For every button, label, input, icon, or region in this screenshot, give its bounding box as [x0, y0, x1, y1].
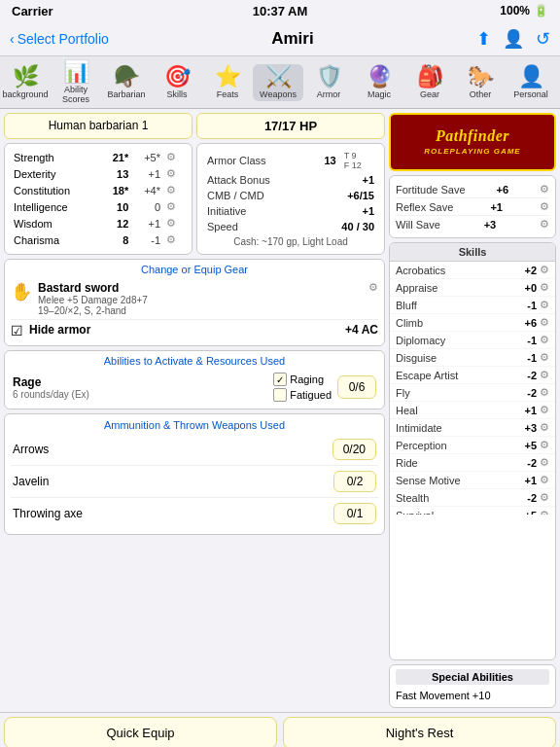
- toolbar-item-armor[interactable]: 🛡️Armor: [303, 64, 354, 101]
- ammo-count[interactable]: 0/2: [333, 471, 376, 492]
- hp-badge[interactable]: 17/17 HP: [196, 113, 385, 139]
- skill-edit-icon[interactable]: ⚙: [540, 281, 549, 294]
- stat-mod: -1: [131, 231, 163, 248]
- ability-items: Rage 6 rounds/day (Ex) ✓ Raging Fatigued…: [11, 370, 378, 405]
- skill-name: Intimidate: [396, 422, 517, 434]
- skill-edit-icon[interactable]: ⚙: [540, 509, 549, 515]
- skill-edit-icon[interactable]: ⚙: [540, 439, 549, 451]
- skill-row: Heal +1 ⚙: [390, 402, 555, 419]
- toolbar-icon-other: 🐎: [468, 66, 494, 88]
- gear-item-detail: Melee +5 Damage 2d8+7: [38, 295, 363, 305]
- skill-edit-icon[interactable]: ⚙: [540, 456, 549, 469]
- refresh-icon[interactable]: ↺: [536, 28, 550, 50]
- stat-value: 10: [100, 198, 131, 215]
- toolbar-item-journal[interactable]: 📓Journal: [556, 64, 560, 101]
- gear-item-range: 19–20/×2, S, 2-hand: [38, 305, 363, 316]
- skill-edit-icon[interactable]: ⚙: [540, 264, 549, 276]
- check-label: Raging: [290, 374, 324, 385]
- skill-name: Disguise: [396, 352, 517, 364]
- stat-edit-icon[interactable]: ⚙: [163, 165, 186, 182]
- ammo-section: Ammunition & Thrown Weapons Used Arrows …: [4, 413, 385, 535]
- stat-name: Dexterity: [11, 165, 100, 182]
- stat-edit-icon[interactable]: ⚙: [163, 215, 186, 231]
- stat-mod: +4*: [131, 182, 163, 198]
- quick-equip-button[interactable]: Quick Equip: [4, 717, 277, 747]
- combat-value: +1: [310, 203, 378, 219]
- check-box[interactable]: ✓: [273, 373, 287, 386]
- main-content: Human barbarian 1 17/17 HP Strength 21* …: [0, 109, 560, 712]
- skill-value: +5: [517, 440, 537, 451]
- toolbar-item-skills[interactable]: 🎯Skills: [152, 64, 202, 101]
- stat-row: Constitution 18* +4* ⚙: [11, 182, 186, 198]
- skill-row: Bluff -1 ⚙: [390, 297, 555, 314]
- check-item[interactable]: ✓ Raging: [273, 373, 332, 386]
- skill-edit-icon[interactable]: ⚙: [540, 491, 549, 504]
- skill-edit-icon[interactable]: ⚙: [540, 334, 549, 346]
- save-edit-icon[interactable]: ⚙: [540, 183, 549, 196]
- save-row: Reflex Save +1 ⚙: [396, 198, 549, 216]
- combat-row: Initiative +1: [203, 203, 378, 219]
- save-edit-icon[interactable]: ⚙: [540, 200, 549, 213]
- gear-item[interactable]: ✋ Bastard sword Melee +5 Damage 2d8+7 19…: [11, 278, 378, 320]
- save-edit-icon[interactable]: ⚙: [540, 218, 549, 231]
- toolbar-item-gear[interactable]: 🎒Gear: [404, 64, 455, 101]
- toolbar-item-feats[interactable]: ⭐Feats: [202, 64, 253, 101]
- skill-value: -2: [517, 387, 537, 399]
- skill-name: Perception: [396, 440, 517, 451]
- back-button[interactable]: ‹ Select Portfolio: [10, 31, 109, 47]
- skill-edit-icon[interactable]: ⚙: [540, 316, 549, 329]
- skill-edit-icon[interactable]: ⚙: [540, 404, 549, 416]
- skill-edit-icon[interactable]: ⚙: [540, 351, 549, 364]
- toolbar-label-skills: Skills: [166, 89, 187, 99]
- toolbar-item-barbarian[interactable]: 🪖Barbarian: [101, 64, 152, 101]
- stats-combat-row: Strength 21* +5* ⚙ Dexterity 13 +1 ⚙ Con…: [4, 143, 385, 255]
- toolbar-icon-feats: ⭐: [215, 66, 241, 88]
- skill-edit-icon[interactable]: ⚙: [540, 421, 549, 434]
- check-box[interactable]: [273, 388, 287, 402]
- skill-edit-icon[interactable]: ⚙: [540, 474, 549, 486]
- toolbar-label-personal: Personal: [513, 89, 548, 99]
- battery-label: 100% 🔋: [500, 4, 548, 18]
- skill-value: +3: [517, 422, 537, 434]
- back-label[interactable]: Select Portfolio: [18, 31, 109, 47]
- skills-panel: Skills Acrobatics +2 ⚙ Appraise +0 ⚙ Blu…: [389, 242, 556, 660]
- stat-edit-icon[interactable]: ⚙: [163, 198, 186, 215]
- stat-edit-icon[interactable]: ⚙: [163, 149, 186, 165]
- toolbar-icon-background: 🌿: [13, 66, 39, 88]
- nights-rest-button[interactable]: Night's Rest: [283, 717, 556, 747]
- toolbar-item-magic[interactable]: 🔮Magic: [354, 64, 404, 101]
- share-icon[interactable]: ⬆: [476, 28, 491, 50]
- bottom-buttons: Quick Equip Night's Rest: [0, 712, 560, 747]
- stat-edit-icon[interactable]: ⚙: [163, 182, 186, 198]
- toolbar-item-personal[interactable]: 👤Personal: [506, 64, 556, 101]
- stat-value: 8: [100, 231, 131, 248]
- saves-panel: Fortitude Save +6 ⚙ Reflex Save +1 ⚙ Wil…: [389, 175, 556, 238]
- person-icon[interactable]: 👤: [503, 28, 524, 50]
- ammo-count[interactable]: 0/1: [333, 503, 376, 524]
- skill-edit-icon[interactable]: ⚙: [540, 386, 549, 399]
- skill-value: -1: [517, 335, 537, 346]
- check-label: Fatigued: [290, 389, 332, 401]
- gear-edit-icon[interactable]: ⚙: [368, 281, 378, 294]
- combat-sub: T 9 F 12: [340, 149, 378, 172]
- stat-edit-icon[interactable]: ⚙: [163, 231, 186, 248]
- skill-row: Sense Motive +1 ⚙: [390, 472, 555, 489]
- toolbar-item-other[interactable]: 🐎Other: [455, 64, 506, 101]
- ammo-count[interactable]: 0/20: [332, 439, 376, 460]
- ability-checks: ✓ Raging Fatigued: [273, 373, 332, 402]
- gear-item[interactable]: ☑ Hide armor +4 AC: [11, 320, 378, 341]
- toolbar-item-ability-scores[interactable]: 📊Ability Scores: [51, 59, 101, 106]
- abilities-section: Abilities to Activate & Resources Used R…: [4, 350, 385, 409]
- toolbar-item-weapons[interactable]: ⚔️Weapons: [253, 64, 303, 101]
- skill-edit-icon[interactable]: ⚙: [540, 369, 549, 381]
- skill-name: Ride: [396, 457, 517, 469]
- ability-counter[interactable]: 0/6: [337, 375, 376, 399]
- ammo-row: Arrows 0/20: [11, 434, 378, 466]
- skill-name: Acrobatics: [396, 265, 517, 276]
- skill-name: Survival: [396, 510, 517, 516]
- check-item[interactable]: Fatigued: [273, 388, 332, 402]
- stat-name: Strength: [11, 149, 100, 165]
- skill-edit-icon[interactable]: ⚙: [540, 299, 549, 311]
- toolbar-item-background[interactable]: 🌿background: [0, 64, 51, 101]
- skill-name: Climb: [396, 317, 517, 329]
